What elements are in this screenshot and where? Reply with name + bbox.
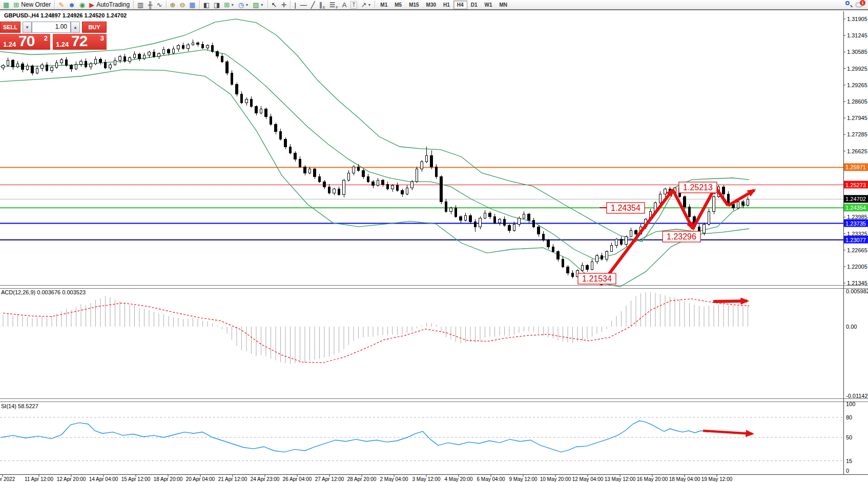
cursor-icon[interactable]: ↖ (270, 0, 279, 9)
timeframe-M1[interactable]: M1 (377, 1, 391, 9)
add-indicator-icon: ⊞ (224, 2, 230, 8)
bear-candle (635, 230, 637, 234)
time-tick-label: 19 May 12:00 (701, 476, 733, 482)
bull-candle (343, 180, 345, 195)
time-tick-label: 18 May 04:00 (669, 476, 700, 482)
bull-candle (606, 252, 608, 259)
bull-candle (75, 64, 77, 69)
bull-candle (713, 197, 715, 212)
bull-candle (133, 54, 136, 58)
chart-canvas[interactable]: 1.252131.243541.232961.215341.319051.312… (0, 10, 868, 482)
timeframe-M5[interactable]: M5 (391, 1, 405, 9)
sell-button[interactable]: SELL (0, 22, 20, 33)
bear-candle (538, 227, 540, 234)
styles-icon[interactable]: ✎ (56, 0, 66, 9)
vertical-line-icon[interactable]: | (292, 0, 298, 9)
text-label-icon[interactable]: T (348, 0, 359, 9)
time-tick-label: 16 May 20:00 (637, 476, 668, 482)
bull-candle (148, 52, 151, 55)
add-indicator-icon[interactable]: ⊞▼ (222, 0, 236, 9)
bear-candle (99, 59, 102, 62)
trendline-icon: ╱ (311, 2, 315, 8)
chart-background[interactable] (0, 10, 868, 482)
time-tick-label: 20 Apr 04:00 (186, 476, 215, 482)
price-tick-label: 1.21345 (847, 280, 867, 286)
bear-candle (240, 94, 243, 103)
price-tick-label: 1.27945 (847, 115, 867, 121)
bear-candle (586, 266, 589, 269)
bull-candle (591, 262, 593, 269)
sell-price-display[interactable]: 1.24 70 2 (0, 34, 50, 50)
navigator-icon[interactable]: ◨ (212, 0, 222, 9)
time-axis[interactable]: 8 Apr 202211 Apr 12:0012 Apr 20:0014 Apr… (0, 475, 733, 482)
bull-candle (708, 212, 710, 224)
timeframe-W1[interactable]: W1 (481, 1, 495, 9)
bear-candle (46, 65, 48, 70)
arrows-icon[interactable]: ↗▼ (359, 0, 374, 9)
timeframe-M15[interactable]: M15 (405, 1, 422, 9)
trendline-icon[interactable]: ╱ (309, 0, 317, 9)
horizontal-line-icon[interactable]: — (298, 0, 309, 9)
price-tick-label: 1.22005 (847, 264, 867, 270)
search-lens (845, 1, 850, 5)
bull-candle (60, 59, 63, 63)
bull-candle (206, 45, 209, 48)
period-icon-dropdown[interactable]: ▼ (245, 3, 249, 7)
volume-down-button[interactable]: ▼ (23, 22, 32, 33)
trading-platform-window: ▦⊞New Order✎☻◉▶AutoTrading▥╫∿⊕⊖▦◧◨⊞▼◷▼▨▼… (0, 0, 868, 482)
data-window-icon[interactable]: ◧ (201, 0, 212, 9)
new-order-button[interactable]: ⊞New Order (11, 0, 53, 9)
alerts-icon[interactable]: ◉ (77, 0, 87, 9)
template-icon-dropdown[interactable]: ▼ (260, 3, 264, 7)
chart-mini-icon[interactable]: ▦ (1, 0, 11, 9)
zoom-in-icon[interactable]: ⊕ (168, 0, 178, 9)
bull-candle (94, 59, 97, 64)
bull-candle (347, 173, 350, 180)
line-chart-icon: ∿ (157, 2, 162, 8)
time-tick-label: 28 Apr 20:00 (347, 476, 377, 482)
buy-button[interactable]: BUY (82, 22, 107, 33)
bull-candle (518, 218, 521, 224)
toolbar-separator (199, 1, 200, 9)
toolbar-separator (133, 1, 134, 9)
notification-badge: 1 (860, 0, 865, 6)
search-icon[interactable] (845, 1, 853, 8)
bull-candle (192, 43, 194, 45)
time-tick-label: 10 May 20:00 (540, 476, 571, 482)
rsi-axis-label: 50 (846, 434, 852, 440)
bear-candle (65, 59, 68, 65)
bar-chart-icon[interactable]: ▥ (135, 0, 146, 9)
profile-icon[interactable]: ☻ (66, 0, 77, 9)
bull-candle (16, 64, 19, 67)
bull-candle (625, 237, 628, 245)
timeframe-D1[interactable]: D1 (467, 1, 481, 9)
bull-candle (513, 224, 515, 230)
timeframe-M30[interactable]: M30 (423, 1, 440, 9)
equidistant-channel-icon[interactable]: ∥E (317, 0, 327, 9)
timeframe-MN[interactable]: MN (495, 1, 511, 9)
arrows-icon-dropdown[interactable]: ▼ (367, 3, 371, 7)
bull-candle (119, 56, 121, 60)
template-icon[interactable]: ▨▼ (251, 0, 265, 9)
period-icon[interactable]: ◷▼ (236, 0, 251, 9)
text-icon[interactable]: A (340, 0, 349, 9)
bear-candle (138, 54, 141, 59)
timeframe-H1[interactable]: H1 (440, 1, 453, 9)
bull-candle (377, 180, 379, 186)
candlestick-chart-icon[interactable]: ╫ (146, 0, 154, 9)
fibonacci-icon[interactable]: ☰F (327, 0, 340, 9)
line-chart-icon[interactable]: ∿ (155, 0, 164, 9)
autotrading-button[interactable]: ▶AutoTrading (87, 0, 132, 9)
crosshair-icon[interactable]: ✛ (279, 0, 288, 9)
zoom-out-icon[interactable]: ⊖ (177, 0, 187, 9)
bear-candle (318, 177, 321, 182)
tile-windows-icon[interactable]: ▦ (187, 0, 197, 9)
timeframe-H4[interactable]: H4 (453, 1, 467, 9)
volume-up-button[interactable]: ▲ (71, 22, 80, 33)
buy-price-display[interactable]: 1.24 72 3 (53, 34, 107, 50)
volume-input[interactable]: 1.00 (32, 22, 71, 33)
bear-candle (508, 226, 511, 231)
time-tick-label: 24 Apr 23:00 (251, 476, 280, 482)
notifications-icon[interactable]: 1 (856, 2, 864, 8)
add-indicator-icon-dropdown[interactable]: ▼ (231, 3, 234, 7)
